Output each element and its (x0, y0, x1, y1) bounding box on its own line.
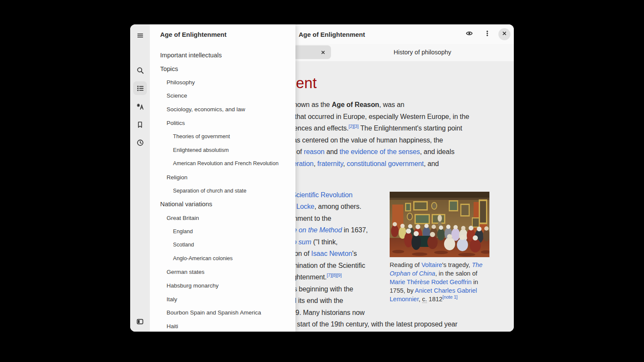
toc-item[interactable]: Sociology, economics, and law (150, 103, 295, 116)
sidebar-toggle-icon (136, 318, 144, 325)
history-button[interactable] (133, 136, 147, 149)
text-run: , (313, 160, 317, 167)
article-link[interactable]: the evidence of the senses (340, 148, 420, 155)
kebab-menu-icon (484, 30, 491, 39)
header-actions (462, 27, 510, 41)
toc-item[interactable]: German states (150, 265, 295, 279)
text-run: , among others. (314, 203, 361, 210)
text-run: , and ideals (420, 148, 455, 155)
tab-history-of-philosophy[interactable]: History of philosophy (331, 45, 514, 59)
history-clock-icon (137, 139, 144, 146)
text-run: , was an (379, 101, 404, 108)
text-run: 's (352, 250, 357, 257)
text-run: 's tragedy, (442, 261, 472, 268)
toc-item[interactable]: Theories of government (150, 130, 295, 143)
text-run: 1812 (427, 296, 442, 303)
sidebar-toggle-button[interactable] (133, 315, 147, 328)
article-figure: Reading of Voltaire's tragedy, The Orpha… (390, 192, 489, 303)
search-icon (137, 67, 144, 74)
window-close-button[interactable] (498, 28, 510, 40)
article-link[interactable]: fraternity (317, 160, 343, 167)
text-run: and (325, 148, 340, 155)
article-link[interactable]: Voltaire (421, 261, 442, 268)
toc-item[interactable]: Important intellectuals (150, 48, 295, 62)
text-run: , (419, 296, 422, 303)
text-run: The Enlightenment's starting point (358, 125, 462, 132)
language-icon (137, 103, 144, 110)
reader-view-button[interactable] (462, 27, 476, 41)
toc-item[interactable]: Italy (150, 292, 295, 306)
text-run: ("I think, (311, 238, 338, 246)
reference-sup[interactable]: [note 1] (442, 294, 457, 300)
toc-item[interactable]: Haiti (150, 320, 295, 332)
text-run: Age of Reason (332, 101, 379, 108)
hamburger-menu-button[interactable] (133, 29, 147, 42)
toc-item[interactable]: Politics (150, 116, 295, 130)
close-icon (320, 50, 326, 55)
toc-list: Important intellectualsTopicsPhilosophyS… (150, 48, 295, 332)
reference-sup[interactable]: [3] (354, 124, 359, 129)
text-run: , (343, 160, 347, 167)
main-menu-button[interactable] (480, 27, 494, 41)
toc-item[interactable]: Bourbon Spain and Spanish America (150, 306, 295, 320)
toc-item[interactable]: Habsburg monarchy (150, 279, 295, 293)
reference-sup[interactable]: [10] (301, 331, 308, 332)
hamburger-menu-icon (137, 32, 144, 39)
toc-item[interactable]: Scotland (150, 238, 295, 252)
toc-item[interactable]: Topics (150, 62, 295, 76)
tab-label: History of philosophy (394, 49, 451, 56)
tab-close-button[interactable] (317, 47, 328, 58)
reference-sup[interactable]: [2] (349, 124, 354, 129)
toc-list-icon (137, 85, 144, 92)
search-button[interactable] (133, 63, 147, 77)
toc-item[interactable]: Science (150, 89, 295, 103)
toc-item[interactable]: National variations (150, 198, 295, 211)
toc-item[interactable]: England (150, 225, 295, 238)
toc-item[interactable]: Separation of church and state (150, 184, 295, 198)
toc-button[interactable] (133, 81, 147, 95)
article-link[interactable]: Isaac Newton (311, 250, 352, 257)
article-link[interactable]: Marie Thérèse Rodet Geoffrin (390, 279, 471, 285)
article-link[interactable]: constitutional government (347, 160, 424, 167)
text-run: in 1637, (342, 226, 367, 234)
article-link[interactable]: Scientific Revolution (292, 191, 352, 199)
text-run: , and (424, 160, 439, 167)
toc-item[interactable]: Religion (150, 170, 295, 184)
reference-sup[interactable]: [7][8][9] (327, 273, 342, 278)
toc-item[interactable]: Enlightened absolutism (150, 143, 295, 157)
toc-item[interactable]: American Revolution and French Revolutio… (150, 157, 295, 171)
text-run: , in the salon of (435, 270, 477, 277)
text-run: Reading of (390, 261, 421, 268)
app-window: Age of Enlightenment (130, 24, 514, 332)
toc-item[interactable]: Anglo-American colonies (150, 252, 295, 265)
text-run: c. (422, 296, 427, 303)
toc-item[interactable]: Great Britain (150, 211, 295, 225)
bookmark-icon (137, 121, 143, 128)
bookmarks-button[interactable] (133, 118, 147, 131)
article-link[interactable]: reason (304, 148, 324, 155)
sidebar-title: Age of Enlightenment (160, 24, 227, 44)
language-button[interactable] (133, 100, 147, 113)
toc-item[interactable]: Philosophy (150, 75, 295, 89)
toc-sidebar: Age of Enlightenment Important intellect… (150, 24, 295, 332)
figure-caption: Reading of Voltaire's tragedy, The Orpha… (390, 261, 489, 303)
close-icon (501, 30, 507, 38)
icon-rail (130, 24, 150, 332)
eye-icon (465, 30, 473, 39)
article-image[interactable] (390, 192, 489, 257)
